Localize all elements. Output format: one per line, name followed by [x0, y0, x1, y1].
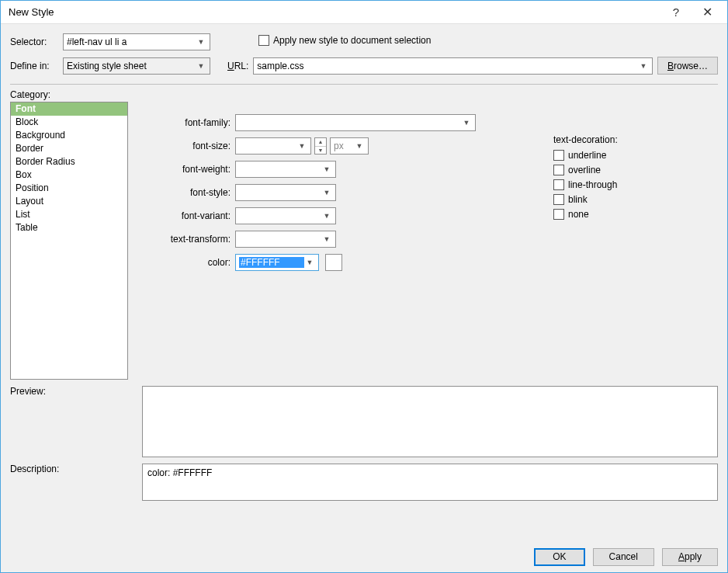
- preview-row: Preview:: [10, 386, 718, 457]
- description-row: Description: color: #FFFFFF: [10, 464, 718, 501]
- font-style-label: font-style:: [134, 181, 235, 204]
- main-row: Font Block Background Border Border Radi…: [10, 100, 718, 380]
- browse-button[interactable]: Browse…: [657, 57, 718, 75]
- text-decoration-column: text-decoration: underline overline line…: [476, 111, 618, 274]
- decoration-none[interactable]: none: [553, 209, 618, 220]
- define-row: Define in: Existing style sheet ▼ URL: s…: [10, 57, 718, 75]
- divider: [10, 84, 718, 85]
- font-size-combo[interactable]: ▼: [235, 137, 311, 155]
- preview-box: [142, 386, 718, 457]
- chevron-down-icon: ▼: [321, 235, 332, 243]
- category-item-box[interactable]: Box: [11, 168, 127, 182]
- chevron-down-icon: ▼: [321, 189, 332, 196]
- category-item-font[interactable]: Font: [11, 102, 127, 116]
- category-item-border[interactable]: Border: [11, 142, 127, 155]
- checkbox-icon: [553, 150, 564, 161]
- category-label: Category:: [10, 89, 718, 100]
- close-button[interactable]: ✕: [692, 5, 723, 19]
- selector-label: Selector:: [10, 36, 58, 47]
- chevron-down-icon: ▼: [354, 142, 365, 150]
- category-list[interactable]: Font Block Background Border Border Radi…: [10, 102, 128, 380]
- selector-row: Selector: #left-nav ul li a ▼ Apply new …: [10, 33, 718, 50]
- checkbox-icon: [258, 35, 269, 46]
- dialog-footer: OK Cancel Apply: [1, 541, 727, 572]
- apply-button[interactable]: Apply: [662, 548, 718, 566]
- apply-selection-checkbox[interactable]: Apply new style to document selection: [258, 35, 431, 46]
- font-weight-label: font-weight:: [134, 158, 235, 181]
- font-variant-label: font-variant:: [134, 204, 235, 227]
- define-label: Define in:: [10, 61, 58, 71]
- chevron-down-icon: ▼: [461, 119, 472, 127]
- define-in-combo[interactable]: Existing style sheet ▼: [63, 57, 210, 75]
- chevron-down-icon: ▼: [321, 165, 332, 173]
- dialog-title: New Style: [9, 6, 54, 18]
- url-combo[interactable]: sample.css ▼: [253, 57, 653, 75]
- category-item-table[interactable]: Table: [11, 221, 127, 234]
- chevron-down-icon: ▼: [196, 62, 206, 70]
- text-transform-combo[interactable]: ▼: [235, 231, 336, 248]
- chevron-down-icon: ▼: [638, 62, 649, 70]
- font-size-unit-combo[interactable]: px ▼: [330, 137, 369, 155]
- selector-combo[interactable]: #left-nav ul li a ▼: [63, 33, 210, 50]
- color-label: color:: [134, 251, 235, 274]
- font-family-combo[interactable]: ▼: [235, 114, 476, 131]
- checkbox-icon: [553, 209, 564, 220]
- text-transform-label: text-transform:: [134, 227, 235, 251]
- font-style-combo[interactable]: ▼: [235, 184, 336, 201]
- font-weight-combo[interactable]: ▼: [235, 161, 336, 178]
- category-item-border-radius[interactable]: Border Radius: [11, 155, 127, 168]
- url-label: URL:: [227, 61, 248, 71]
- font-family-label: font-family:: [134, 111, 235, 134]
- chevron-down-icon: ▼: [296, 142, 307, 150]
- color-combo[interactable]: #FFFFFF ▼: [235, 254, 319, 271]
- category-item-list[interactable]: List: [11, 208, 127, 221]
- checkbox-icon: [553, 179, 564, 190]
- property-fields: ▼ ▼ ▲ ▼: [235, 111, 476, 274]
- font-size-spinner[interactable]: ▲ ▼: [314, 137, 327, 155]
- titlebar: New Style ? ✕: [1, 1, 727, 24]
- ok-button[interactable]: OK: [534, 548, 584, 566]
- category-item-background[interactable]: Background: [11, 129, 127, 142]
- chevron-down-icon: ▼: [304, 259, 315, 266]
- decoration-line-through[interactable]: line-through: [553, 179, 618, 190]
- font-variant-combo[interactable]: ▼: [235, 207, 336, 224]
- checkbox-icon: [553, 194, 564, 205]
- property-labels: font-family: font-size: font-weight: fon…: [134, 111, 235, 274]
- chevron-down-icon: ▼: [196, 38, 206, 46]
- spinner-down-icon: ▼: [315, 147, 326, 155]
- category-column: Font Block Background Border Border Radi…: [10, 100, 128, 380]
- description-label: Description:: [10, 464, 142, 501]
- color-swatch[interactable]: [325, 254, 342, 271]
- decoration-underline[interactable]: underline: [553, 150, 618, 161]
- text-decoration-label: text-decoration:: [553, 134, 618, 145]
- category-item-block[interactable]: Block: [11, 116, 127, 129]
- spinner-up-icon: ▲: [315, 138, 326, 147]
- cancel-button[interactable]: Cancel: [593, 548, 654, 566]
- description-box: color: #FFFFFF: [142, 464, 718, 501]
- checkbox-icon: [553, 165, 564, 175]
- decoration-blink[interactable]: blink: [553, 194, 618, 205]
- preview-label: Preview:: [10, 386, 142, 457]
- property-column: font-family: font-size: font-weight: fon…: [134, 100, 718, 380]
- font-size-label: font-size:: [134, 134, 235, 158]
- property-grid: font-family: font-size: font-weight: fon…: [134, 111, 718, 274]
- category-item-layout[interactable]: Layout: [11, 195, 127, 208]
- new-style-dialog: New Style ? ✕ Selector: #left-nav ul li …: [0, 0, 728, 573]
- dialog-content: Selector: #left-nav ul li a ▼ Apply new …: [1, 24, 727, 541]
- category-item-position[interactable]: Position: [11, 182, 127, 195]
- help-button[interactable]: ?: [660, 5, 692, 19]
- chevron-down-icon: ▼: [321, 212, 332, 220]
- decoration-overline[interactable]: overline: [553, 165, 618, 175]
